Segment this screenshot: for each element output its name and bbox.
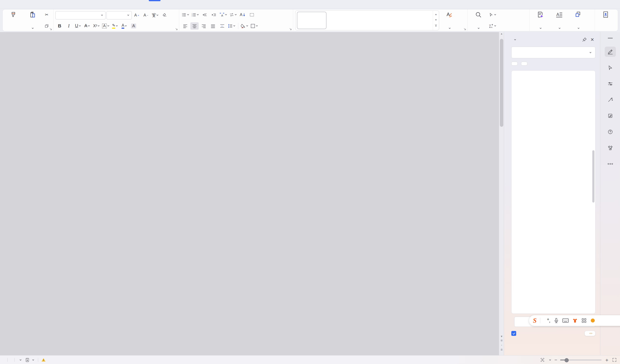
bullet-list-button[interactable] [181, 11, 190, 18]
zoom-slider-handle[interactable] [565, 358, 569, 362]
format-painter-button[interactable] [5, 10, 22, 31]
zoom-slider[interactable] [560, 360, 602, 360]
eco-doc-icon[interactable] [605, 111, 616, 121]
cursor-select-icon[interactable] [605, 63, 616, 73]
shading-button[interactable] [240, 22, 249, 30]
layout-button[interactable]: A [550, 10, 568, 31]
panel-title-chevron-icon[interactable] [514, 38, 516, 41]
paste-button[interactable] [24, 10, 41, 31]
font-size-select[interactable] [107, 11, 132, 19]
clear-format-button[interactable] [160, 12, 169, 19]
style-heading1[interactable] [327, 11, 362, 30]
settings-sliders-icon[interactable] [605, 79, 616, 89]
main-scrollbar[interactable]: ▲ ▼ ⇈ ▫ ⇊ [499, 32, 504, 355]
paragraph-dialog-launcher[interactable] [289, 28, 292, 30]
collapse-panel-icon[interactable] [605, 35, 616, 41]
help-icon[interactable] [605, 127, 616, 137]
document-canvas[interactable] [0, 32, 499, 355]
scrollbar-thumb[interactable] [500, 39, 503, 127]
ime-toolbar[interactable]: S °‚ [529, 315, 620, 326]
scroll-down-arrow[interactable]: ▼ [500, 335, 503, 338]
current-style-dropdown[interactable] [511, 47, 595, 58]
align-center-button[interactable] [190, 22, 199, 30]
align-left-button[interactable] [181, 22, 189, 30]
translate-button[interactable]: 字A [488, 22, 497, 30]
font-family-select[interactable] [55, 11, 106, 19]
ime-punctuation-toggle[interactable]: °‚ [547, 318, 550, 323]
microphone-icon[interactable] [554, 318, 559, 323]
text-direction-button[interactable] [229, 11, 238, 18]
increase-font-button[interactable]: A＋ [133, 12, 141, 19]
status-ai-proof[interactable] [25, 358, 34, 362]
font-color-button[interactable]: A [120, 22, 129, 30]
strikethrough-button[interactable]: A [83, 22, 92, 30]
line-spacing-button[interactable] [227, 22, 236, 30]
char-scale-button[interactable]: A [219, 11, 228, 18]
underline-button[interactable]: U [74, 22, 82, 30]
clear-format-button[interactable] [521, 62, 527, 66]
previous-page-button[interactable]: ⇈ [500, 339, 503, 342]
next-page-button[interactable]: ⇊ [500, 348, 503, 351]
decrease-font-button[interactable]: A－ [142, 12, 150, 19]
zoom-level-display[interactable] [548, 359, 551, 361]
fullscreen-button[interactable] [612, 358, 617, 362]
ime-extra-icon[interactable] [590, 318, 595, 323]
gallery-scroll-down[interactable]: ▼ [435, 19, 437, 21]
align-right-button[interactable] [200, 22, 208, 30]
keyboard-icon[interactable] [562, 318, 569, 323]
highlight-color-button[interactable]: ✎ [111, 22, 119, 30]
ime-logo-icon[interactable]: S [533, 317, 537, 324]
status-spellcheck[interactable] [18, 359, 22, 361]
italic-button[interactable]: I [65, 22, 73, 30]
zoom-in-button[interactable]: ＋ [604, 357, 609, 363]
show-preview-checkbox[interactable] [511, 331, 518, 336]
increase-indent-button[interactable] [210, 11, 218, 18]
gallery-more-button[interactable]: ▼ [435, 25, 437, 27]
phonetic-guide-button[interactable]: wén文 [151, 12, 159, 19]
justify-button[interactable] [209, 22, 217, 30]
find-replace-button[interactable] [469, 10, 487, 31]
skin-shirt-icon[interactable] [572, 318, 578, 323]
decrease-indent-button[interactable] [201, 11, 209, 18]
sort-button[interactable]: A [238, 11, 247, 18]
scroll-up-arrow[interactable]: ▲ [499, 32, 504, 36]
char-shading-button[interactable]: A [130, 22, 138, 30]
select-button[interactable] [488, 11, 497, 18]
ai-layout-button[interactable] [531, 10, 549, 31]
style-list-scrollbar[interactable] [592, 150, 594, 203]
styles-dialog-launcher[interactable] [464, 28, 466, 30]
char-border-button[interactable]: A [102, 22, 110, 30]
skin-theme-icon[interactable] [605, 143, 616, 153]
style-set-button[interactable]: A [441, 10, 458, 31]
style-normal[interactable] [297, 12, 326, 29]
distribute-button[interactable]: <> [218, 22, 226, 30]
superscript-button[interactable]: X² [93, 22, 101, 30]
toolbox-grid-icon[interactable] [581, 318, 587, 323]
style-heading3[interactable] [398, 11, 433, 30]
font-dialog-launcher[interactable] [175, 28, 178, 30]
smart-doc-button[interactable] [597, 10, 614, 31]
new-style-button[interactable] [511, 62, 518, 66]
styles-panel: × [504, 32, 600, 355]
style-heading2[interactable] [362, 11, 398, 30]
svg-text:A: A [491, 26, 492, 28]
magic-wand-icon[interactable] [605, 95, 616, 105]
borders-button[interactable] [250, 22, 259, 30]
clipboard-dialog-launcher[interactable] [50, 28, 52, 30]
arrange-button[interactable] [569, 10, 587, 31]
gallery-scroll-up[interactable]: ▲ [435, 13, 437, 15]
char-border-frame-button[interactable] [248, 11, 256, 18]
bold-button[interactable]: B [55, 22, 64, 30]
ai-layout-panel-button[interactable] [585, 331, 595, 336]
numbered-list-button[interactable]: 123 [191, 11, 200, 18]
fit-page-button[interactable] [540, 358, 545, 362]
more-options-icon[interactable] [605, 159, 616, 169]
pin-icon[interactable] [581, 36, 588, 43]
browse-object-button[interactable]: ▫ [501, 344, 502, 347]
edit-pen-icon[interactable] [605, 47, 616, 57]
status-missing-font[interactable]: ! [42, 358, 47, 362]
style-list [511, 71, 595, 314]
cut-button[interactable]: ✂ [43, 11, 51, 18]
close-icon[interactable]: × [589, 36, 595, 43]
zoom-out-button[interactable]: − [554, 357, 557, 363]
